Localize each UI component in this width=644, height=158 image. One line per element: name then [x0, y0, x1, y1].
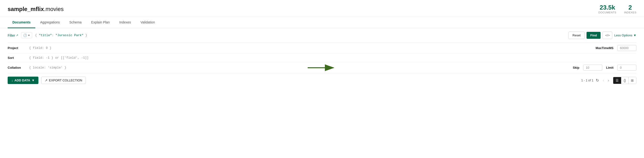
pagination: 1 - 1 of 1 ↻ ‹ › ☰ {} ⊞	[581, 77, 636, 84]
filter-bar: Filter ↗ 🕐 ▼ { "title": "Jurassic Park" …	[8, 28, 636, 43]
tab-explain-plan[interactable]: Explain Plan	[86, 17, 114, 28]
header-stats: 23.5k DOCUMENTS 2 INDEXES	[598, 4, 636, 14]
project-value[interactable]: { field: 0 }	[29, 46, 596, 50]
filter-history-button[interactable]: 🕐 ▼	[21, 32, 32, 38]
json-view-button[interactable]: {}	[621, 77, 628, 84]
tabs-bar: Documents Aggregations Schema Explain Pl…	[0, 17, 644, 28]
find-button[interactable]: Find	[586, 32, 600, 39]
filter-label[interactable]: Filter ↗	[8, 34, 18, 37]
next-page-button[interactable]: ›	[606, 77, 610, 84]
arrow-container	[308, 63, 336, 72]
options-grid: Project { field: 0 } MaxTimeMS Sort { fi…	[8, 43, 636, 73]
filter-input[interactable]: { "title": "Jurassic Park" }	[35, 34, 566, 37]
header: sample_mflix.movies 23.5k DOCUMENTS 2 IN…	[0, 0, 644, 17]
list-view-button[interactable]: ☰	[613, 77, 621, 84]
sort-value[interactable]: { field: -1 } or [['field', -1]]	[29, 56, 636, 60]
add-data-button[interactable]: ↓ ADD DATA ▼	[8, 76, 38, 84]
code-view-button[interactable]: </>	[602, 32, 612, 39]
main-content: Filter ↗ 🕐 ▼ { "title": "Jurassic Park" …	[0, 28, 644, 87]
tab-schema[interactable]: Schema	[65, 17, 86, 28]
documents-label: DOCUMENTS	[598, 11, 616, 14]
tab-indexes[interactable]: Indexes	[114, 17, 136, 28]
view-toggle: ☰ {} ⊞	[613, 77, 636, 84]
maxtimems-input[interactable]	[617, 45, 636, 51]
app-container: sample_mflix.movies 23.5k DOCUMENTS 2 IN…	[0, 0, 644, 158]
filter-external-icon: ↗	[16, 34, 18, 37]
chevron-down-icon: ▼	[633, 34, 636, 37]
db-name: sample_mflix	[8, 6, 44, 12]
collation-row: Collation { locale: 'simple' } Skip	[8, 62, 636, 73]
skip-label: Skip	[573, 66, 579, 69]
limit-label: Limit	[606, 66, 614, 69]
sort-row: Sort { field: -1 } or [['field', -1]]	[8, 54, 636, 62]
refresh-button[interactable]: ↻	[596, 78, 599, 83]
page-range: 1 - 1 of 1	[581, 78, 594, 82]
export-collection-button[interactable]: ↗ EXPORT COLLECTION	[41, 76, 86, 84]
tab-documents[interactable]: Documents	[8, 17, 35, 28]
maxtimems-group: MaxTimeMS	[596, 45, 636, 51]
indexes-label: INDEXES	[624, 11, 636, 14]
download-icon: ↓	[12, 78, 13, 82]
maxtimems-label: MaxTimeMS	[596, 46, 614, 50]
filter-actions: Reset Find </> Less Options ▼	[568, 32, 636, 39]
collation-label: Collation	[8, 66, 29, 69]
code-icon: </>	[605, 34, 610, 37]
documents-stat: 23.5k DOCUMENTS	[598, 4, 616, 14]
export-icon: ↗	[45, 78, 48, 82]
chevron-down-icon: ▼	[28, 34, 30, 37]
collection-name: movies	[46, 6, 64, 12]
title-separator: .	[44, 6, 46, 12]
prev-page-button[interactable]: ‹	[601, 77, 605, 84]
skip-input[interactable]	[583, 65, 602, 71]
project-label: Project	[8, 46, 29, 50]
collection-title: sample_mflix.movies	[8, 6, 64, 13]
tab-aggregations[interactable]: Aggregations	[35, 17, 65, 28]
documents-value: 23.5k	[598, 4, 616, 11]
page-nav: ‹ ›	[601, 77, 610, 84]
skip-limit-group: Skip Limit	[573, 65, 636, 71]
bottom-toolbar: ↓ ADD DATA ▼ ↗ EXPORT COLLECTION 1 - 1 o…	[8, 73, 636, 87]
indexes-value: 2	[624, 4, 636, 11]
collation-value[interactable]: { locale: 'simple' }	[29, 66, 573, 69]
limit-input[interactable]	[617, 65, 636, 71]
clock-icon: 🕐	[23, 34, 27, 37]
reset-button[interactable]: Reset	[568, 32, 584, 39]
arrow-icon	[308, 63, 336, 72]
chevron-down-icon: ▼	[32, 78, 34, 82]
table-view-button[interactable]: ⊞	[628, 77, 636, 84]
project-row: Project { field: 0 } MaxTimeMS	[8, 43, 636, 54]
sort-label: Sort	[8, 56, 29, 60]
indexes-stat: 2 INDEXES	[624, 4, 636, 14]
tab-validation[interactable]: Validation	[136, 17, 160, 28]
less-options-button[interactable]: Less Options ▼	[614, 34, 636, 37]
